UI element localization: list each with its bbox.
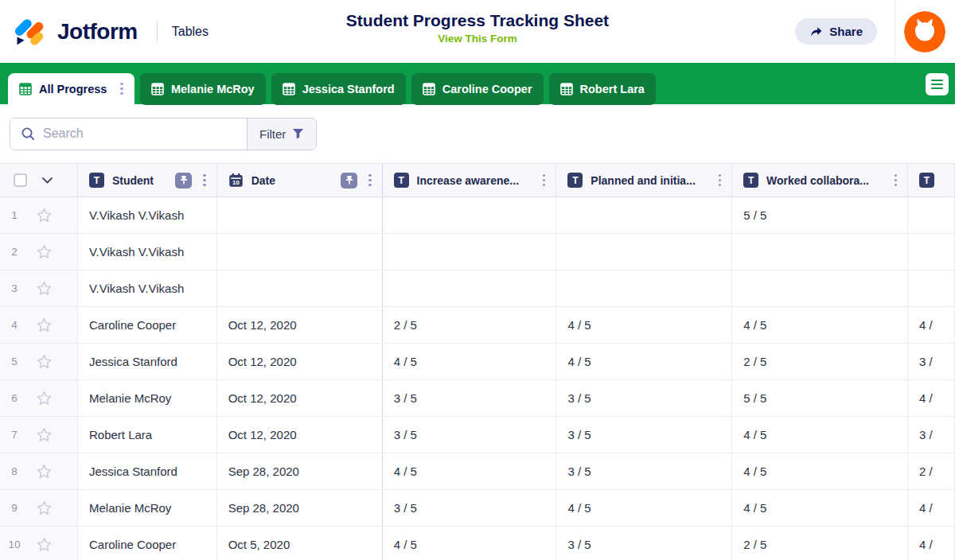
sheet-tab-jessica-stanford[interactable]: Jessica Stanford [271,73,406,105]
star-icon[interactable] [36,281,53,297]
cell-extra[interactable]: 4 / [908,380,955,416]
cell-date[interactable]: Oct 12, 2020 [217,380,383,416]
column-header-planned-and-initia[interactable]: TPlanned and initia... [556,164,732,196]
cell-student[interactable]: V.Vikash V.Vikash [78,234,217,270]
cell-extra[interactable] [908,197,955,233]
column-header-date[interactable]: 10Date [217,164,383,196]
cell-student[interactable]: Jessica Stanford [78,344,217,379]
cell-student[interactable]: Caroline Cooper [78,307,217,343]
column-menu-icon[interactable] [539,171,549,189]
filter-button[interactable]: Filter [247,119,316,150]
cell-increase-awareness[interactable]: 2 / 5 [383,307,557,343]
column-menu-icon[interactable] [199,171,209,189]
select-menu-chevron-icon[interactable] [41,177,53,185]
cell-increase-awareness[interactable]: 3 / 5 [383,417,557,453]
cell-increase-awareness[interactable]: 3 / 5 [383,490,557,526]
star-icon[interactable] [36,391,53,406]
cell-student[interactable]: Jessica Stanford [78,453,217,489]
cell-worked-collaboratively[interactable]: 5 / 5 [732,197,908,233]
cell-date[interactable]: Oct 12, 2020 [217,417,383,453]
cell-planned-initiated[interactable] [556,234,732,270]
column-header-hidden[interactable]: T [908,164,955,196]
pinned-column-icon[interactable] [175,173,192,189]
star-icon[interactable] [36,354,53,370]
star-icon[interactable] [36,464,53,480]
cell-worked-collaboratively[interactable]: 2 / 5 [732,527,908,560]
cell-student[interactable]: Melanie McRoy [78,490,217,526]
cell-extra[interactable]: 3 / [908,344,955,379]
star-icon[interactable] [36,244,53,260]
cell-increase-awareness[interactable]: 4 / 5 [383,344,557,379]
cell-extra[interactable]: 4 / [908,490,955,526]
cell-worked-collaboratively[interactable]: 4 / 5 [732,307,908,343]
cell-planned-initiated[interactable]: 3 / 5 [556,453,732,489]
cell-student[interactable]: V.Vikash V.Vikash [78,197,217,233]
cell-planned-initiated[interactable]: 3 / 5 [556,417,732,453]
cell-increase-awareness[interactable] [383,197,557,233]
cell-date[interactable] [217,270,383,306]
cell-student[interactable]: Caroline Cooper [78,527,217,560]
cell-increase-awareness[interactable] [383,234,557,270]
cell-date[interactable]: Oct 12, 2020 [217,307,383,343]
cell-extra[interactable] [908,270,955,306]
search-input[interactable] [43,126,247,141]
cell-worked-collaboratively[interactable] [732,234,908,270]
select-all-checkbox[interactable] [14,173,27,187]
column-header-student[interactable]: TStudent [78,164,217,196]
cell-planned-initiated[interactable] [556,270,732,306]
cell-extra[interactable] [908,234,955,270]
column-menu-icon[interactable] [715,171,725,189]
search-box[interactable] [10,119,247,150]
user-avatar[interactable] [904,11,945,52]
cell-planned-initiated[interactable]: 3 / 5 [556,527,732,560]
cell-worked-collaboratively[interactable]: 4 / 5 [732,417,908,453]
sheet-tab-melanie-mcroy[interactable]: Melanie McRoy [140,73,266,105]
column-menu-icon[interactable] [364,171,375,189]
cell-increase-awareness[interactable]: 3 / 5 [383,380,557,416]
cell-date[interactable]: Oct 12, 2020 [217,344,383,379]
sheet-tab-caroline-cooper[interactable]: Caroline Cooper [411,73,544,105]
star-icon[interactable] [36,208,53,224]
cell-extra[interactable]: 4 / [908,307,955,343]
cell-date[interactable] [217,234,383,270]
column-menu-icon[interactable] [115,80,128,99]
star-icon[interactable] [36,537,53,553]
pinned-column-icon[interactable] [341,173,357,189]
star-icon[interactable] [36,317,53,333]
star-icon[interactable] [36,500,53,516]
cell-increase-awareness[interactable]: 4 / 5 [383,527,557,560]
column-menu-icon[interactable] [891,171,901,189]
column-header-worked-collabora[interactable]: TWorked collabora... [732,164,908,196]
cell-planned-initiated[interactable]: 4 / 5 [556,490,732,526]
sheet-tab-all-progress[interactable]: All Progress [8,73,134,104]
column-header-increase-awarene[interactable]: TIncrease awarene... [383,164,557,196]
cell-date[interactable]: Sep 28, 2020 [217,453,383,489]
cell-worked-collaboratively[interactable]: 4 / 5 [732,490,908,526]
cell-date[interactable] [217,197,383,233]
cell-date[interactable]: Oct 5, 2020 [217,527,383,560]
share-button[interactable]: Share [795,18,877,45]
top-right-actions: Share [795,0,955,63]
cell-student[interactable]: Melanie McRoy [78,380,217,416]
cell-increase-awareness[interactable] [383,270,557,306]
cell-planned-initiated[interactable]: 3 / 5 [556,380,732,416]
view-form-link[interactable]: View This Form [438,33,517,45]
cell-worked-collaboratively[interactable]: 2 / 5 [732,344,908,379]
cell-extra[interactable]: 4 / [908,527,955,560]
cell-increase-awareness[interactable]: 4 / 5 [383,453,557,489]
cell-planned-initiated[interactable] [556,197,732,233]
cell-worked-collaboratively[interactable]: 4 / 5 [732,453,908,489]
cell-worked-collaboratively[interactable] [732,270,908,306]
sheet-menu-button[interactable] [926,73,949,95]
cell-worked-collaboratively[interactable]: 5 / 5 [732,380,908,416]
brand[interactable]: Jotform Tables [0,14,209,49]
cell-planned-initiated[interactable]: 4 / 5 [556,307,732,343]
cell-extra[interactable]: 2 / [908,453,955,489]
cell-student[interactable]: Robert Lara [78,417,217,453]
star-icon[interactable] [36,427,53,443]
sheet-tab-robert-lara[interactable]: Robert Lara [549,73,656,105]
cell-date[interactable]: Sep 28, 2020 [217,490,383,526]
cell-extra[interactable]: 3 / [908,417,955,453]
cell-planned-initiated[interactable]: 4 / 5 [556,344,732,379]
cell-student[interactable]: V.Vikash V.Vikash [78,270,217,306]
